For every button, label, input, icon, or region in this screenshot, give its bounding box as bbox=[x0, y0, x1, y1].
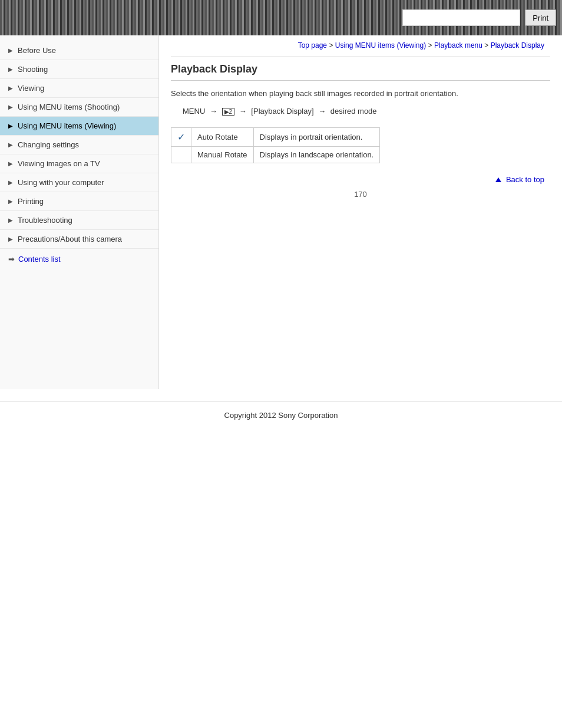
sidebar-item-label-3: Using MENU items (Shooting) bbox=[18, 103, 120, 111]
page-title: Playback Display bbox=[171, 63, 550, 81]
menu-arrow-2: → bbox=[239, 107, 247, 116]
sidebar-item-10[interactable]: ▶Precautions/About this camera bbox=[0, 230, 158, 249]
back-to-top-link[interactable]: Back to top bbox=[495, 175, 544, 184]
back-to-top-label: Back to top bbox=[506, 175, 544, 184]
sidebar-arrow-icon-6: ▶ bbox=[8, 160, 14, 167]
check-icon: ✓ bbox=[177, 132, 185, 142]
sidebar-arrow-icon-8: ▶ bbox=[8, 198, 14, 205]
sidebar-item-label-0: Before Use bbox=[18, 46, 56, 55]
sidebar-item-label-6: Viewing images on a TV bbox=[18, 159, 100, 168]
breadcrumb-sep-3: > bbox=[484, 41, 490, 50]
sidebar-arrow-icon-3: ▶ bbox=[8, 104, 14, 110]
sidebar-item-8[interactable]: ▶Printing bbox=[0, 192, 158, 211]
menu-prefix: MENU bbox=[183, 107, 205, 116]
sidebar-item-3[interactable]: ▶Using MENU items (Shooting) bbox=[0, 98, 158, 117]
breadcrumb-link-playback-display[interactable]: Playback Display bbox=[491, 41, 544, 50]
sidebar-item-label-1: Shooting bbox=[18, 65, 48, 74]
triangle-up-icon bbox=[495, 177, 501, 182]
breadcrumb-link-playback-menu[interactable]: Playback menu bbox=[434, 41, 482, 50]
sidebar-arrow-icon-1: ▶ bbox=[8, 66, 14, 73]
search-input[interactable] bbox=[402, 9, 520, 26]
sidebar-arrow-icon-4: ▶ bbox=[8, 123, 14, 129]
contents-list-row[interactable]: ➡ Contents list bbox=[0, 249, 158, 269]
sidebar-item-label-2: Viewing bbox=[18, 84, 44, 93]
header-bar: Print bbox=[0, 0, 562, 35]
breadcrumb-sep-2: > bbox=[428, 41, 434, 50]
sidebar-item-label-7: Using with your computer bbox=[18, 178, 104, 187]
sidebar-arrow-icon-7: ▶ bbox=[8, 179, 14, 186]
menu-path: MENU → ▶2 → [Playback Display] → desired… bbox=[171, 107, 550, 116]
sidebar-item-9[interactable]: ▶Troubleshooting bbox=[0, 211, 158, 230]
option-label-1: Manual Rotate bbox=[191, 146, 254, 163]
sidebar-item-1[interactable]: ▶Shooting bbox=[0, 60, 158, 79]
back-to-top-row: Back to top bbox=[171, 175, 550, 184]
copyright-text: Copyright 2012 Sony Corporation bbox=[224, 411, 338, 420]
sidebar-item-label-5: Changing settings bbox=[18, 140, 79, 149]
sidebar-item-4[interactable]: ▶Using MENU items (Viewing) bbox=[0, 117, 158, 136]
contents-list-link[interactable]: Contents list bbox=[18, 255, 61, 263]
check-cell-1 bbox=[171, 146, 191, 163]
sidebar-item-label-9: Troubleshooting bbox=[18, 216, 72, 225]
breadcrumb-link-using-menu-viewing[interactable]: Using MENU items (Viewing) bbox=[335, 41, 426, 50]
description-text: Selects the orientation when playing bac… bbox=[171, 88, 550, 100]
option-description-0: Displays in portrait orientation. bbox=[253, 127, 380, 146]
sidebar-arrow-icon-5: ▶ bbox=[8, 141, 14, 148]
page-footer: Copyright 2012 Sony Corporation bbox=[0, 401, 562, 429]
breadcrumb-sep-1: > bbox=[329, 41, 335, 50]
main-content: Top page > Using MENU items (Viewing) > … bbox=[159, 35, 562, 389]
title-divider bbox=[171, 57, 550, 57]
sidebar-item-0[interactable]: ▶Before Use bbox=[0, 41, 158, 60]
menu-step2: [Playback Display] bbox=[251, 107, 313, 116]
sidebar-arrow-icon-10: ▶ bbox=[8, 236, 14, 242]
page-number: 170 bbox=[171, 184, 550, 205]
sidebar-arrow-icon-9: ▶ bbox=[8, 217, 14, 223]
playback-icon: ▶2 bbox=[222, 108, 235, 116]
table-row-0: ✓Auto RotateDisplays in portrait orienta… bbox=[171, 127, 380, 146]
page-layout: ▶Before Use▶Shooting▶Viewing▶Using MENU … bbox=[0, 35, 562, 389]
contents-arrow-icon: ➡ bbox=[8, 255, 15, 263]
option-description-1: Displays in landscape orientation. bbox=[253, 146, 380, 163]
breadcrumb: Top page > Using MENU items (Viewing) > … bbox=[171, 41, 550, 50]
menu-step3: desired mode bbox=[330, 107, 377, 116]
check-cell-0: ✓ bbox=[171, 127, 191, 146]
sidebar-item-2[interactable]: ▶Viewing bbox=[0, 79, 158, 98]
sidebar-arrow-icon-2: ▶ bbox=[8, 85, 14, 91]
menu-arrow-1: → bbox=[210, 107, 217, 116]
sidebar-item-label-4: Using MENU items (Viewing) bbox=[18, 121, 116, 130]
option-label-0: Auto Rotate bbox=[191, 127, 254, 146]
print-button[interactable]: Print bbox=[525, 9, 556, 26]
breadcrumb-link-top[interactable]: Top page bbox=[298, 41, 327, 50]
sidebar-item-label-8: Printing bbox=[18, 197, 44, 206]
table-row-1: Manual RotateDisplays in landscape orien… bbox=[171, 146, 380, 163]
sidebar-item-label-10: Precautions/About this camera bbox=[18, 235, 122, 243]
menu-arrow-3: → bbox=[318, 107, 326, 116]
sidebar-item-7[interactable]: ▶Using with your computer bbox=[0, 173, 158, 192]
sidebar-arrow-icon-0: ▶ bbox=[8, 47, 14, 54]
sidebar-item-6[interactable]: ▶Viewing images on a TV bbox=[0, 154, 158, 173]
sidebar: ▶Before Use▶Shooting▶Viewing▶Using MENU … bbox=[0, 35, 159, 389]
sidebar-item-5[interactable]: ▶Changing settings bbox=[0, 136, 158, 154]
options-table: ✓Auto RotateDisplays in portrait orienta… bbox=[171, 127, 380, 163]
